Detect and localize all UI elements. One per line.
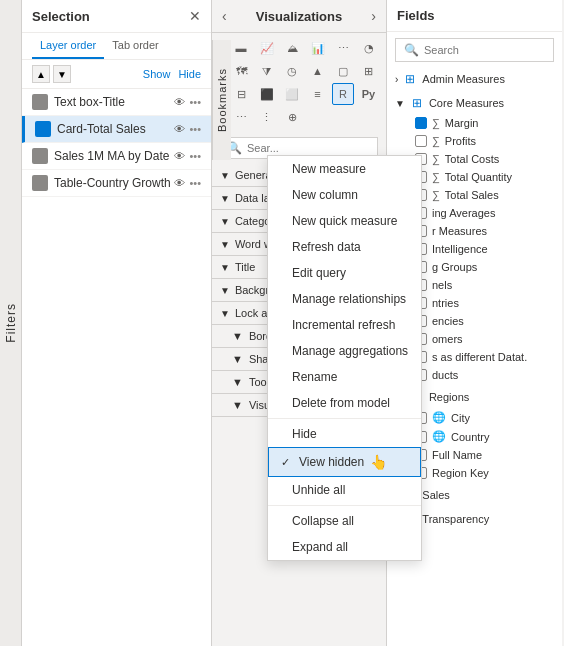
- group-header-core-measures[interactable]: ▼ ⊞ Core Measures: [391, 92, 558, 114]
- viz-icon-card[interactable]: ▢: [332, 60, 354, 82]
- selection-item-textbox[interactable]: Text box-Title 👁 •••: [22, 89, 211, 116]
- selection-items-list: Text box-Title 👁 ••• Card-Total Sales 👁 …: [22, 89, 211, 646]
- ctx-collapse-all[interactable]: Collapse all: [268, 508, 421, 534]
- item-label: Text box-Title: [54, 95, 174, 109]
- viz-icon-py[interactable]: Py: [358, 83, 380, 105]
- item-label: Country: [451, 431, 490, 443]
- viz-icon-selected[interactable]: R: [332, 83, 354, 105]
- item-actions: 👁 •••: [174, 150, 201, 162]
- context-menu: New measure New column New quick measure…: [267, 155, 422, 561]
- ctx-rename[interactable]: Rename: [268, 364, 421, 390]
- ctx-refresh-data[interactable]: Refresh data: [268, 234, 421, 260]
- hide-button[interactable]: Hide: [178, 68, 201, 80]
- viz-nav-back[interactable]: ‹: [222, 8, 227, 24]
- viz-icon-extra1[interactable]: ⋯: [230, 106, 252, 128]
- more-icon[interactable]: •••: [189, 96, 201, 108]
- show-hide-controls: Show Hide: [143, 68, 201, 80]
- ctx-new-measure[interactable]: New measure: [268, 156, 421, 182]
- viz-icon-gauge[interactable]: ◷: [281, 60, 303, 82]
- viz-icon-kpi[interactable]: ▲: [307, 60, 329, 82]
- more-icon[interactable]: •••: [189, 123, 201, 135]
- sigma-icon: ∑: [432, 135, 440, 147]
- viz-icon-area[interactable]: ⛰: [281, 37, 303, 59]
- cursor-icon: 👆: [370, 454, 387, 470]
- viz-icon-extra3[interactable]: ⊕: [281, 106, 303, 128]
- viz-icon-treemap[interactable]: ⬛: [256, 83, 278, 105]
- chevron-icon: ▼: [232, 376, 243, 388]
- more-icon[interactable]: •••: [189, 150, 201, 162]
- item-label: ducts: [432, 369, 458, 381]
- chevron-icon: ▼: [220, 216, 230, 227]
- viz-title: Visualizations: [256, 9, 342, 24]
- viz-icons-grid: ▬ 📈 ⛰ 📊 ⋯ ◔ 🗺 ⧩ ◷ ▲ ▢ ⊞ ⊟ ⬛ ⬜ ≡ R Py ⋯ ⋮…: [212, 33, 386, 132]
- visibility-icon[interactable]: 👁: [174, 96, 185, 108]
- chevron-icon: ▼: [232, 330, 243, 342]
- sigma-icon: ∑: [432, 117, 440, 129]
- fields-search-input[interactable]: [424, 44, 562, 56]
- viz-icon-funnel[interactable]: ⧩: [256, 60, 278, 82]
- group-header-admin-measures[interactable]: › ⊞ Admin Measures: [391, 68, 558, 90]
- item-label: Card-Total Sales: [57, 122, 174, 136]
- viz-icon-slicer[interactable]: ≡: [307, 83, 329, 105]
- item-label: Total Quantity: [445, 171, 512, 183]
- viz-icon-matrix[interactable]: ⊟: [230, 83, 252, 105]
- visibility-icon[interactable]: 👁: [174, 177, 185, 189]
- item-label: Region Key: [432, 467, 489, 479]
- more-icon[interactable]: •••: [189, 177, 201, 189]
- ctx-manage-aggregations[interactable]: Manage aggregations: [268, 338, 421, 364]
- viz-header: ‹ Visualizations ›: [212, 0, 386, 33]
- ctx-unhide-all[interactable]: Unhide all: [268, 477, 421, 503]
- move-up-button[interactable]: ▲: [32, 65, 50, 83]
- viz-nav-forward[interactable]: ›: [371, 8, 376, 24]
- tree-item-profits[interactable]: ∑ Profits: [391, 132, 558, 150]
- selection-item-table-country[interactable]: Table-Country Growth 👁 •••: [22, 170, 211, 197]
- item-checkbox[interactable]: [415, 135, 427, 147]
- item-label: Full Name: [432, 449, 482, 461]
- show-button[interactable]: Show: [143, 68, 171, 80]
- ctx-hide[interactable]: Hide: [268, 421, 421, 447]
- selection-item-sales-ma[interactable]: Sales 1M MA by Date 👁 •••: [22, 143, 211, 170]
- item-actions: 👁 •••: [174, 177, 201, 189]
- item-checkbox[interactable]: [415, 117, 427, 129]
- viz-icon-column[interactable]: 📊: [307, 37, 329, 59]
- viz-search-input[interactable]: [247, 142, 385, 154]
- close-button[interactable]: ✕: [189, 8, 201, 24]
- ctx-new-column[interactable]: New column: [268, 182, 421, 208]
- ctx-manage-relationships[interactable]: Manage relationships: [268, 286, 421, 312]
- tab-tab-order[interactable]: Tab order: [104, 33, 166, 59]
- viz-icon-pie[interactable]: ◔: [358, 37, 380, 59]
- viz-icon-map[interactable]: 🗺: [230, 60, 252, 82]
- selection-item-card-total-sales[interactable]: Card-Total Sales 👁 •••: [22, 116, 211, 143]
- ctx-edit-query[interactable]: Edit query: [268, 260, 421, 286]
- chevron-icon: ▼: [232, 399, 243, 411]
- move-down-button[interactable]: ▼: [53, 65, 71, 83]
- table-icon: ⊞: [402, 71, 418, 87]
- ctx-incremental-refresh[interactable]: Incremental refresh: [268, 312, 421, 338]
- selection-tabs: Layer order Tab order: [22, 33, 211, 60]
- sigma-icon: ∑: [432, 189, 440, 201]
- viz-icon-table[interactable]: ⊞: [358, 60, 380, 82]
- chevron-icon: ›: [395, 74, 398, 85]
- ctx-view-hidden[interactable]: View hidden 👆: [268, 447, 421, 477]
- chevron-icon: ▼: [220, 170, 230, 181]
- viz-icon-line[interactable]: 📈: [256, 37, 278, 59]
- ctx-delete-from-model[interactable]: Delete from model: [268, 390, 421, 416]
- viz-icon-bar[interactable]: ▬: [230, 37, 252, 59]
- visibility-icon[interactable]: 👁: [174, 123, 185, 135]
- ctx-label: Collapse all: [292, 514, 354, 528]
- item-actions: 👁 •••: [174, 96, 201, 108]
- viz-icon-waterfall[interactable]: ⬜: [281, 83, 303, 105]
- ctx-expand-all[interactable]: Expand all: [268, 534, 421, 560]
- viz-icon-extra2[interactable]: ⋮: [256, 106, 278, 128]
- item-actions: 👁 •••: [174, 123, 201, 135]
- selection-header: Selection ✕: [22, 0, 211, 33]
- item-icon: [35, 121, 51, 137]
- item-label: encies: [432, 315, 464, 327]
- viz-icon-scatter[interactable]: ⋯: [332, 37, 354, 59]
- ctx-label: Manage relationships: [292, 292, 406, 306]
- ctx-new-quick-measure[interactable]: New quick measure: [268, 208, 421, 234]
- ctx-label: Unhide all: [292, 483, 345, 497]
- visibility-icon[interactable]: 👁: [174, 150, 185, 162]
- tree-item-margin[interactable]: ∑ Margin: [391, 114, 558, 132]
- tab-layer-order[interactable]: Layer order: [32, 33, 104, 59]
